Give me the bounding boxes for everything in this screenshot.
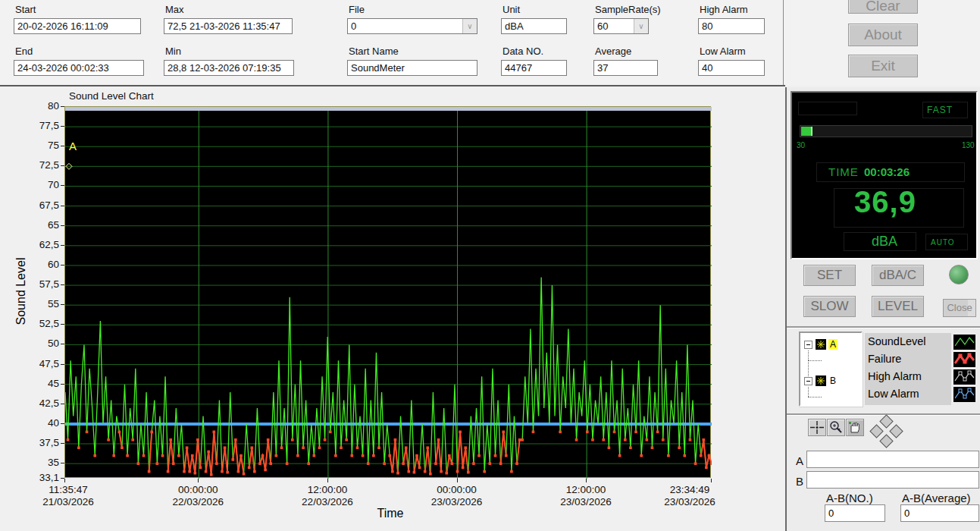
y-tick-label: 37,5	[12, 437, 59, 448]
y-tick-mark	[61, 443, 64, 444]
level-button[interactable]: LEVEL	[872, 296, 924, 317]
y-tick-mark	[61, 106, 64, 107]
y-tick-mark	[61, 245, 64, 246]
nav-diamond-right[interactable]	[889, 424, 903, 438]
file-combo[interactable]	[347, 18, 477, 34]
meter-value: 36,9	[836, 185, 935, 219]
data-no-field[interactable]	[501, 60, 567, 76]
nav-diamond-up[interactable]	[879, 414, 893, 428]
data-no-label: Data NO.	[503, 46, 543, 57]
sample-rate-combo-arrow-icon[interactable]: ∨	[634, 19, 648, 33]
ab-average-label: A-B(Average)	[902, 492, 971, 504]
x-tick-label: 00:00:0023/03/2026	[415, 484, 499, 508]
unit-field[interactable]	[501, 18, 567, 34]
legend-swatch-failure-icon	[953, 352, 975, 367]
cursor-b-field[interactable]	[806, 471, 979, 489]
chart-panel: Sound Level Chart A Sound Level Time 807…	[0, 87, 784, 531]
y-tick-label: 35	[12, 457, 59, 468]
x-tick-label: 00:00:0022/03/2026	[156, 484, 240, 508]
tree-expand-b[interactable]	[804, 377, 812, 385]
x-axis-label: Time	[318, 507, 462, 520]
slow-button[interactable]: SLOW	[803, 296, 856, 317]
y-tick-label: 65	[12, 219, 59, 231]
dba-c-button[interactable]: dBA/C	[872, 265, 924, 286]
nav-diamond-left[interactable]	[869, 424, 883, 438]
min-label: Min	[165, 46, 181, 57]
sound-level-plot[interactable]: A	[64, 106, 711, 478]
x-tick-mark	[711, 479, 712, 482]
y-tick-label: 67,5	[12, 200, 59, 211]
max-label: Max	[165, 4, 184, 15]
about-button[interactable]: About	[848, 24, 918, 46]
zoom-tool-button[interactable]	[827, 419, 845, 436]
start-name-field[interactable]	[347, 60, 477, 76]
legend-item-low-alarm[interactable]: Low Alarm	[868, 388, 919, 400]
ab-average-field[interactable]	[900, 504, 979, 522]
meter-mode-fast: FAST	[927, 105, 953, 115]
high-alarm-field[interactable]	[698, 18, 765, 34]
y-tick-mark	[61, 165, 64, 166]
meter-display: FAST 30 130 TIME 00:03:26 36,9 dBA AUTO	[791, 91, 978, 259]
meter-scale-min: 30	[797, 141, 805, 149]
x-tick-label: 12:00:0022/03/2026	[286, 484, 369, 508]
start-name-label: Start Name	[349, 46, 399, 57]
header-divider	[783, 0, 784, 86]
y-tick-mark	[61, 324, 64, 325]
y-tick-mark	[61, 126, 64, 127]
cursor-a-label[interactable]: A	[828, 339, 838, 350]
svg-text:A: A	[69, 140, 77, 152]
tree-expand-a[interactable]	[804, 341, 812, 349]
end-field[interactable]	[14, 60, 144, 76]
header-bottom-border	[0, 85, 785, 86]
low-alarm-field[interactable]	[698, 60, 765, 76]
legend-swatch-high-alarm-icon	[953, 369, 975, 385]
meter-range-mode: AUTO	[931, 238, 955, 247]
max-field[interactable]	[164, 18, 293, 34]
close-button[interactable]: Close	[943, 299, 976, 317]
average-field[interactable]	[593, 60, 658, 76]
x-tick-mark	[586, 479, 587, 482]
section-divider	[787, 413, 980, 415]
legend-item-failure[interactable]: Failure	[868, 353, 901, 365]
high-alarm-label: High Alarm	[700, 4, 748, 15]
y-tick-label: 40	[12, 417, 59, 429]
chart-title: Sound Level Chart	[69, 90, 154, 102]
ab-no-field[interactable]	[825, 504, 885, 522]
start-field[interactable]	[14, 18, 141, 34]
meter-bar-graph	[800, 125, 972, 137]
section-divider	[787, 326, 980, 328]
cursor-tree: A B	[799, 331, 863, 407]
legend-swatch-soundlevel-icon	[953, 335, 975, 350]
cursor-b-label[interactable]: B	[828, 375, 838, 386]
cursor-a-field-label: A	[796, 454, 803, 467]
y-tick-label: 57,5	[12, 278, 59, 290]
file-combo-arrow-icon[interactable]: ∨	[462, 19, 477, 33]
y-tick-label: 62,5	[12, 239, 59, 250]
y-tick-label: 60	[12, 259, 59, 270]
x-tick-mark	[64, 479, 65, 482]
min-field[interactable]	[164, 60, 294, 76]
legend-item-high-alarm[interactable]: High Alarm	[868, 370, 922, 382]
legend-list: SoundLevelFailureHigh AlarmLow Alarm	[865, 333, 951, 405]
set-button[interactable]: SET	[803, 265, 856, 286]
y-tick-mark	[61, 404, 64, 404]
cursor-a-field[interactable]	[806, 451, 979, 468]
clear-button[interactable]: Clear	[848, 0, 918, 14]
legend-swatch-low-alarm-icon	[953, 387, 975, 402]
y-tick-mark	[61, 384, 64, 385]
x-tick-label: 12:00:0023/03/2026	[544, 484, 628, 508]
y-tick-mark	[61, 225, 64, 226]
meter-bar-fill	[801, 127, 812, 136]
exit-button[interactable]: Exit	[848, 55, 918, 77]
nav-diamond-down[interactable]	[879, 434, 893, 448]
legend-item-soundlevel[interactable]: SoundLevel	[868, 335, 926, 347]
y-tick-mark	[61, 304, 64, 305]
meter-time-value: 00:03:26	[864, 165, 910, 178]
y-tick-label: 47,5	[12, 358, 59, 369]
cursor-tool-button[interactable]	[808, 419, 826, 436]
status-led-icon	[949, 265, 969, 284]
pan-tool-button[interactable]	[846, 419, 864, 436]
sample-rate-label: SampleRate(s)	[595, 4, 661, 15]
y-tick-label: 55	[12, 298, 59, 309]
header-panel: Start End Max Min File ∨ Start Name Unit…	[0, 0, 980, 86]
